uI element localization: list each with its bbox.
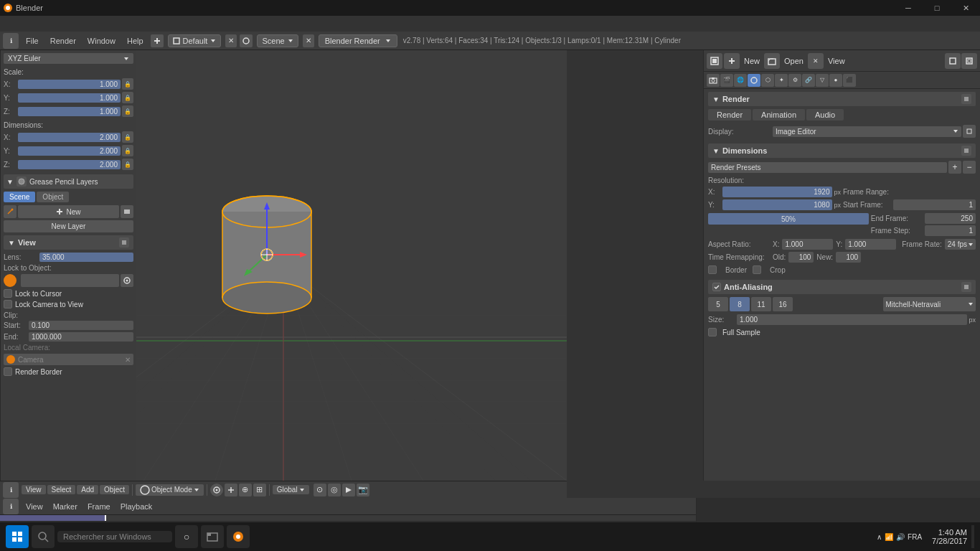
- aa-num-11[interactable]: 11: [751, 297, 771, 311]
- vp-magnet-btn[interactable]: ⊞: [253, 484, 266, 496]
- rp-icon-btn-1[interactable]: [707, 53, 722, 69]
- scale-z-value[interactable]: 1.000: [18, 107, 121, 116]
- ax-value[interactable]: 1.000: [782, 239, 833, 250]
- scene-close-btn[interactable]: ✕: [303, 34, 314, 47]
- lens-value[interactable]: 35.000: [39, 253, 133, 262]
- vp-pivot-coord-dropdown[interactable]: Global: [273, 485, 309, 494]
- end-frame-value[interactable]: 250: [925, 213, 976, 224]
- res-percent-bar[interactable]: 50%: [708, 213, 869, 225]
- vp-add-btn[interactable]: Add: [77, 485, 98, 494]
- animation-btn[interactable]: Animation: [753, 109, 805, 121]
- ri-scene[interactable]: 🎬: [720, 74, 733, 87]
- ay-value[interactable]: 1.000: [845, 239, 896, 250]
- ri-physics[interactable]: ⚙: [788, 74, 801, 87]
- rp-expand-btn[interactable]: [945, 53, 961, 69]
- new-btn-label[interactable]: New: [741, 57, 763, 65]
- render-btn[interactable]: Render: [708, 109, 751, 121]
- aa-filter-dropdown[interactable]: Mitchell-Netravali: [883, 297, 976, 311]
- rp-icon-btn-3[interactable]: ✕: [808, 53, 824, 69]
- border-checkbox[interactable]: [708, 265, 717, 274]
- render-options-btn[interactable]: [961, 94, 971, 104]
- taskbar-blender[interactable]: [227, 525, 250, 548]
- ri-data[interactable]: ▽: [816, 74, 829, 87]
- vp-proportional-btn[interactable]: ⊙: [314, 484, 326, 496]
- taskbar-cortana[interactable]: ○: [175, 525, 198, 548]
- lock-obj-input[interactable]: [21, 274, 119, 287]
- render-engine-selector[interactable]: Blender Render: [319, 34, 397, 47]
- scale-x-value[interactable]: 1.000: [18, 80, 121, 89]
- full-sample-checkbox[interactable]: [708, 328, 717, 336]
- view-section-header[interactable]: ▼ View: [4, 235, 133, 250]
- aa-num-16[interactable]: 16: [773, 297, 793, 311]
- dimensions-header[interactable]: ▼ Dimensions: [708, 143, 976, 158]
- ri-camera[interactable]: [707, 74, 720, 87]
- tl-frame-menu[interactable]: Frame: [83, 501, 115, 512]
- ri-obj[interactable]: ⬡: [761, 74, 774, 87]
- scene-selector[interactable]: Scene: [257, 34, 298, 47]
- new-layer-button[interactable]: New Layer: [4, 220, 133, 232]
- ri-texture[interactable]: ⬛: [843, 74, 856, 87]
- menu-window[interactable]: Window: [82, 35, 121, 47]
- scale-y-lock[interactable]: 🔒: [122, 92, 133, 103]
- timeline-track-bar[interactable]: [0, 515, 696, 521]
- maximize-button[interactable]: □: [923, 0, 951, 16]
- tl-view-menu[interactable]: View: [22, 501, 47, 512]
- tl-marker-menu[interactable]: Marker: [49, 501, 82, 512]
- lock-to-cursor-checkbox[interactable]: [4, 289, 12, 298]
- speaker-icon[interactable]: 🔊: [896, 533, 905, 541]
- grease-options-btn[interactable]: [121, 205, 133, 218]
- vp-snap-btn[interactable]: ⊕: [239, 484, 252, 496]
- render-border-checkbox[interactable]: [4, 367, 12, 376]
- start-frame-value[interactable]: 1: [893, 199, 976, 210]
- audio-btn[interactable]: Audio: [806, 109, 844, 121]
- dim-y-lock[interactable]: 🔒: [122, 145, 133, 156]
- clip-end-value[interactable]: 1000.000: [29, 332, 133, 342]
- workspace-selector[interactable]: Default: [168, 34, 222, 47]
- presets-remove-btn[interactable]: −: [963, 161, 976, 174]
- vp-render-btn[interactable]: [342, 484, 355, 496]
- aa-num-5[interactable]: 5: [708, 297, 728, 311]
- dim-z-lock[interactable]: 🔒: [122, 159, 133, 170]
- display-expand-btn[interactable]: [963, 125, 976, 138]
- vp-info-btn[interactable]: ℹ: [3, 482, 19, 498]
- scene-icon-btn[interactable]: [240, 34, 253, 47]
- xyz-euler-selector[interactable]: XYZ Euler: [4, 53, 133, 64]
- ri-constraints[interactable]: 🔗: [802, 74, 815, 87]
- presets-add-btn[interactable]: +: [948, 161, 961, 174]
- render-section-header[interactable]: ▼ Render: [708, 92, 976, 106]
- dim-x-lock[interactable]: 🔒: [122, 131, 133, 143]
- ri-particles[interactable]: ✦: [775, 74, 788, 87]
- taskbar-explorer[interactable]: [201, 525, 224, 548]
- res-y-value[interactable]: 1080: [722, 199, 832, 210]
- display-dropdown[interactable]: Image Editor: [773, 126, 961, 137]
- vp-onion-btn[interactable]: ◎: [328, 484, 341, 496]
- view-options-btn[interactable]: [119, 237, 129, 248]
- menu-render[interactable]: Render: [44, 35, 82, 47]
- res-x-value[interactable]: 1920: [722, 187, 832, 197]
- aa-header[interactable]: Anti-Aliasing: [708, 280, 976, 294]
- aa-checkbox[interactable]: [712, 283, 721, 291]
- vp-camera-btn[interactable]: 📷: [357, 484, 369, 496]
- scene-tab[interactable]: Scene: [4, 192, 35, 202]
- pencil-icon-btn[interactable]: [4, 205, 17, 218]
- aa-size-value[interactable]: 1.000: [737, 314, 967, 325]
- menu-help[interactable]: Help: [121, 35, 149, 47]
- dim-y-value[interactable]: 2.000: [18, 146, 121, 156]
- render-presets-dropdown[interactable]: Render Presets: [708, 162, 947, 173]
- new-value[interactable]: 100: [836, 252, 861, 263]
- new-btn[interactable]: New: [18, 205, 119, 218]
- search-box[interactable]: Rechercher sur Windows: [57, 531, 172, 542]
- workspace-add-btn[interactable]: [151, 34, 164, 47]
- taskbar-search[interactable]: [32, 525, 55, 548]
- vp-select-btn[interactable]: Select: [47, 485, 76, 494]
- minimize-button[interactable]: ─: [894, 0, 923, 16]
- dim-z-value[interactable]: 2.000: [18, 160, 121, 169]
- clip-start-value[interactable]: 0.100: [29, 321, 133, 330]
- add-btn[interactable]: [724, 53, 740, 69]
- scale-y-value[interactable]: 1.000: [18, 93, 121, 103]
- lock-obj-pick-btn[interactable]: [121, 274, 133, 287]
- aa-options-btn[interactable]: [961, 282, 971, 292]
- aa-num-8[interactable]: 8: [730, 297, 750, 311]
- vp-view-btn[interactable]: View: [22, 485, 46, 494]
- menu-file[interactable]: File: [20, 35, 44, 47]
